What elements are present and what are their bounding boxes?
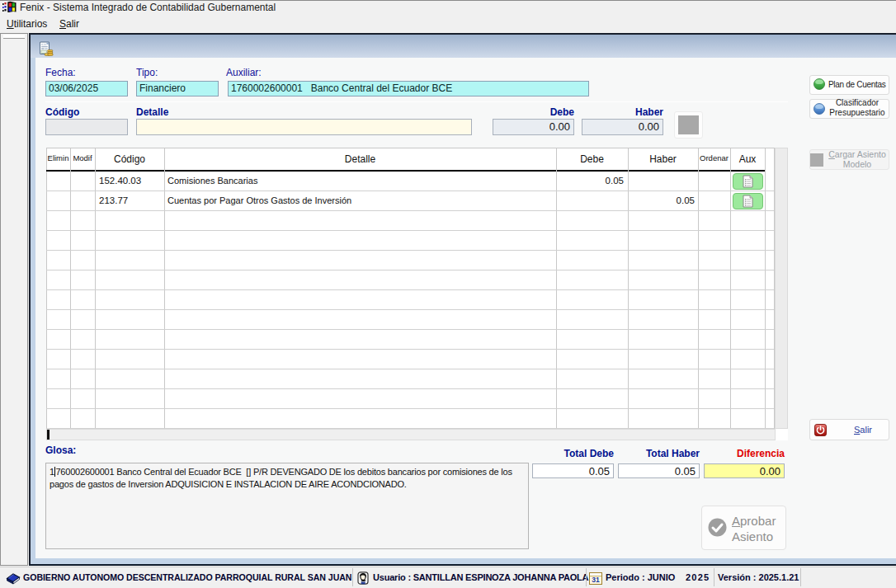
svg-text:31: 31 xyxy=(592,576,600,584)
